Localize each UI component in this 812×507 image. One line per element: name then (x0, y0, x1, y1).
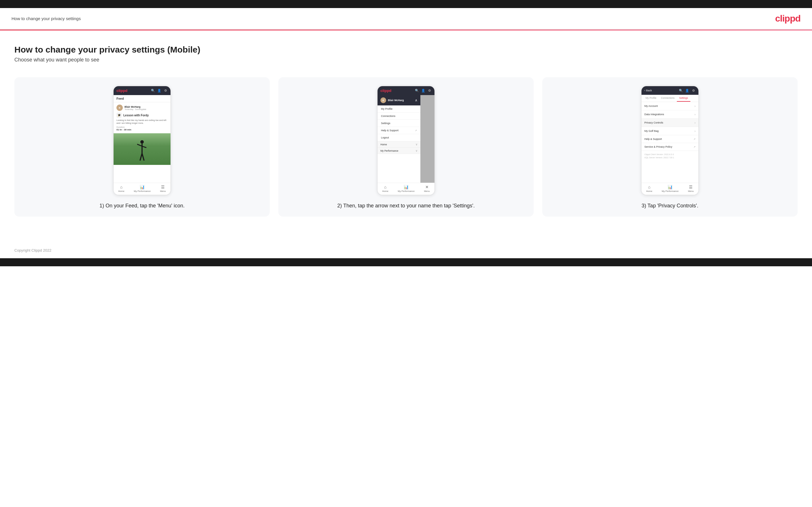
chevron-right-icon-3: › (695, 121, 696, 124)
step-3-phone: ‹ Back 🔍 👤 ⚙ My Profile Connections Sett… (641, 86, 699, 195)
bottom-performance-label-3: My Performance (662, 190, 678, 192)
menu-item-logout[interactable]: Logout (377, 134, 420, 141)
settings-item-data[interactable]: Data Integrations › (642, 110, 699, 119)
tab-settings[interactable]: Settings (677, 95, 691, 102)
settings-icon-3: ⚙ (692, 89, 696, 93)
main-content: How to change your privacy settings (Mob… (0, 31, 812, 242)
menu-username: Blair McHarg (388, 99, 404, 102)
chevron-right-icon-2: › (695, 113, 696, 116)
menu-user-left: B Blair McHarg (380, 97, 404, 103)
menu-item-settings[interactable]: Settings (377, 120, 420, 127)
bottom-home-label-2: Home (382, 190, 388, 192)
bottom-menu: ☰ Menu (160, 185, 166, 192)
myaccount-label: My Account (644, 105, 658, 107)
menu-up-chevron-icon: ∧ (415, 98, 417, 102)
menu-item-help[interactable]: Help & Support ↗ (377, 127, 420, 134)
back-chevron-icon: ‹ (644, 89, 645, 92)
golfer-svg (135, 139, 149, 165)
settings-item-privacy[interactable]: Privacy Controls › (642, 119, 699, 127)
menu-item-myprofile[interactable]: My Profile (377, 105, 420, 113)
phone-2-icons: 🔍 👤 ⚙ (415, 89, 432, 93)
feed-lesson-title: Lesson with Fordy (123, 114, 149, 117)
settings-icon-2: ⚙ (427, 89, 432, 93)
home-icon: ⌂ (120, 185, 122, 189)
golfbag-label: My Golf Bag (644, 129, 659, 132)
search-icon-3: 🔍 (679, 89, 683, 93)
ext-icon: ↗ (415, 129, 417, 132)
menu-help-label: Help & Support (381, 129, 399, 132)
phone-2-nav: clippd 🔍 👤 ⚙ (377, 86, 435, 95)
phone-2-body: Feed content visible behind menu B Blair… (377, 95, 435, 183)
chevron-down-icon-2: ∨ (415, 149, 417, 152)
menu-item-connections[interactable]: Connections (377, 113, 420, 120)
home-icon-2: ⌂ (384, 185, 387, 189)
chart-icon: 📊 (140, 185, 145, 189)
back-button[interactable]: ‹ Back (644, 89, 652, 92)
chart-icon-2: 📊 (404, 185, 409, 189)
feed-lesson-desc: Looking to feel like my hands are exitin… (116, 119, 168, 125)
menu-section-home[interactable]: Home ∨ (377, 141, 420, 148)
menu-section-performance-label: My Performance (380, 149, 398, 152)
menu-logout-label: Logout (381, 136, 389, 139)
feed-lesson-icon: 🎓 (116, 113, 121, 118)
feed-duration: 01 hr : 30 min (116, 128, 168, 131)
bottom-menu-label: Menu (160, 190, 166, 192)
settings-icon: ⚙ (164, 89, 168, 93)
chevron-right-icon-4: › (695, 129, 696, 133)
svg-line-2 (137, 144, 142, 146)
copyright-text: Copyright Clippd 2022 (14, 248, 51, 252)
bottom-menu-3: ☰ Menu (688, 185, 694, 192)
svg-point-0 (140, 140, 144, 144)
settings-tabs: My Profile Connections Settings (642, 95, 699, 102)
feed-usermeta: Yesterday · Sunningdale (124, 108, 146, 110)
bottom-performance-label: My Performance (134, 190, 151, 192)
bottom-home: ⌂ Home (118, 185, 124, 192)
ext-icon-3: ↗ (694, 146, 696, 148)
bottom-menu-label-3: Menu (688, 190, 694, 192)
feed-tab-label: Feed (113, 95, 170, 102)
header-title: How to change your privacy settings (11, 16, 81, 21)
menu-panel: B Blair McHarg ∧ My Profile Connections (377, 95, 420, 183)
phone-1-nav: clippd 🔍 👤 ⚙ (113, 86, 170, 95)
menu-icon-3: ☰ (689, 185, 693, 189)
phone-1-body: Feed B Blair McHarg Yesterday · Sunningd… (113, 95, 170, 183)
phone-2-logo: clippd (380, 89, 391, 93)
settings-item-help[interactable]: Help & Support ↗ (642, 135, 699, 143)
top-bar (0, 0, 812, 8)
search-icon-2: 🔍 (415, 89, 419, 93)
menu-icon: ☰ (161, 185, 165, 189)
user-icon: 👤 (157, 89, 161, 93)
settings-item-golfbag[interactable]: My Golf Bag › (642, 127, 699, 135)
chart-icon-3: 📊 (668, 185, 672, 189)
feed-user-info: Blair McHarg Yesterday · Sunningdale (124, 105, 146, 110)
step-2-description: 2) Then, tap the arrow next to your name… (337, 202, 475, 210)
bottom-performance-2: 📊 My Performance (398, 185, 415, 192)
bottom-menu-2: ✕ Menu (424, 185, 430, 192)
bottom-performance: 📊 My Performance (134, 185, 151, 192)
bottom-home-label: Home (118, 190, 124, 192)
settings-item-service[interactable]: Service & Privacy Policy ↗ (642, 143, 699, 151)
steps-grid: clippd 🔍 👤 ⚙ Feed B Blair McHarg (14, 77, 798, 217)
tab-my-profile[interactable]: My Profile (643, 95, 659, 102)
svg-line-5 (142, 153, 144, 161)
version-info: Clippd Client Version: 2022.8.3-3 GQL Se… (642, 151, 699, 161)
feed-user-row: B Blair McHarg Yesterday · Sunningdale (116, 105, 168, 111)
tab-connections[interactable]: Connections (659, 95, 677, 102)
feed-lesson-row: 🎓 Lesson with Fordy (116, 113, 168, 118)
menu-myprofile-label: My Profile (381, 107, 393, 110)
step-1-phone: clippd 🔍 👤 ⚙ Feed B Blair McHarg (113, 86, 171, 195)
chevron-down-icon: ∨ (415, 143, 417, 146)
settings-item-myaccount[interactable]: My Account › (642, 102, 699, 110)
bottom-home-label-3: Home (646, 190, 652, 192)
step-2-phone: clippd 🔍 👤 ⚙ Feed content visible behind… (377, 86, 435, 195)
menu-section-performance[interactable]: My Performance ∨ (377, 148, 420, 154)
svg-line-3 (142, 146, 146, 148)
page-heading: How to change your privacy settings (Mob… (14, 45, 798, 55)
bottom-bar (0, 258, 812, 266)
phone-3-nav: ‹ Back 🔍 👤 ⚙ (642, 86, 699, 95)
feed-duration-label: Duration (116, 126, 168, 128)
feed-avatar: B (116, 105, 123, 111)
logo: clippd (775, 13, 801, 24)
phone-3-bottom: ⌂ Home 📊 My Performance ☰ Menu (642, 183, 699, 195)
step-3-description: 3) Tap 'Privacy Controls'. (642, 202, 699, 210)
